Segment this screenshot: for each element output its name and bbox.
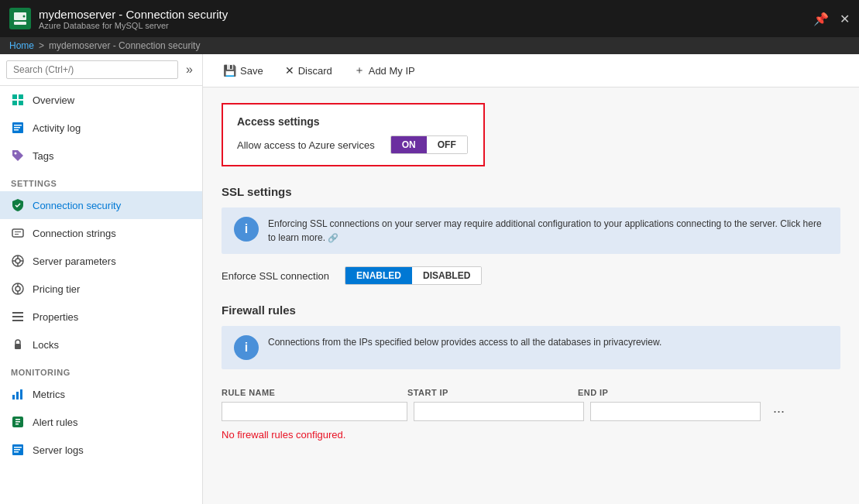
add-my-ip-label: Add My IP [369, 65, 415, 77]
alert-rules-icon [11, 415, 25, 429]
svg-rect-1 [14, 22, 26, 25]
firewall-rule-row: ··· [222, 400, 840, 423]
start-ip-header: START IP [407, 388, 578, 397]
no-rules-message: No firewall rules configured. [222, 429, 840, 441]
svg-rect-10 [14, 129, 19, 131]
rule-name-header: RULE NAME [222, 388, 407, 397]
svg-point-2 [23, 15, 26, 18]
external-link-icon: 🔗 [328, 233, 338, 242]
access-settings-title: Access settings [237, 115, 469, 128]
svg-rect-29 [12, 395, 15, 399]
ssl-toggle: ENABLED DISABLED [345, 266, 482, 285]
end-ip-header: END IP [578, 388, 748, 397]
breadcrumb-home[interactable]: Home [9, 40, 34, 51]
svg-rect-39 [14, 451, 19, 453]
pricing-tier-icon [11, 282, 25, 296]
svg-rect-31 [20, 389, 22, 399]
locks-icon [11, 338, 25, 351]
save-icon: 💾 [223, 64, 236, 77]
svg-rect-33 [15, 419, 20, 420]
enforce-ssl-label: Enforce SSL connection [222, 270, 329, 282]
overview-icon [11, 93, 25, 107]
properties-icon [11, 310, 25, 324]
ssl-settings-section: SSL settings i Enforcing SSL connections… [222, 185, 840, 285]
tags-icon [11, 149, 25, 163]
sidebar: » Overview Activity log Tags SETTINGS [0, 54, 203, 504]
ssl-info-text: Enforcing SSL connections on your server… [268, 217, 828, 245]
svg-rect-38 [14, 449, 20, 451]
rule-name-input[interactable] [222, 402, 407, 421]
breadcrumb-current: mydemoserver - Connection security [49, 40, 200, 51]
server-icon [9, 8, 31, 29]
window-controls: 📌 ✕ [813, 12, 850, 26]
sidebar-item-server-logs[interactable]: Server logs [0, 436, 202, 464]
connection-security-icon [11, 198, 25, 212]
close-button[interactable]: ✕ [840, 12, 850, 26]
firewall-table-header: RULE NAME START IP END IP [222, 382, 840, 400]
svg-rect-26 [12, 316, 23, 317]
svg-rect-35 [15, 423, 19, 425]
svg-point-16 [15, 259, 20, 263]
toolbar: 💾 Save ✕ Discard ＋ Add My IP [203, 54, 859, 87]
main-layout: » Overview Activity log Tags SETTINGS [0, 54, 859, 504]
add-ip-icon: ＋ [354, 63, 365, 77]
sidebar-item-alert-rules[interactable]: Alert rules [0, 408, 202, 436]
svg-rect-4 [19, 94, 23, 99]
pin-button[interactable]: 📌 [813, 12, 829, 26]
sidebar-item-metrics[interactable]: Metrics [0, 380, 202, 408]
firewall-rules-title: Firewall rules [222, 303, 840, 317]
ssl-settings-title: SSL settings [222, 185, 840, 198]
breadcrumb: Home > mydemoserver - Connection securit… [0, 37, 859, 54]
firewall-info-text: Connections from the IPs specified below… [268, 335, 661, 349]
sidebar-item-overview-label: Overview [33, 94, 74, 106]
metrics-icon [11, 387, 25, 401]
server-parameters-icon [11, 254, 25, 268]
sidebar-item-pricing-tier[interactable]: Pricing tier [0, 275, 202, 303]
toggle-off-button[interactable]: OFF [427, 136, 467, 153]
add-my-ip-button[interactable]: ＋ Add My IP [349, 60, 420, 81]
server-logs-icon [11, 443, 25, 457]
svg-rect-13 [15, 231, 21, 232]
search-input[interactable] [6, 60, 178, 79]
save-button[interactable]: 💾 Save [218, 61, 268, 80]
svg-rect-5 [12, 101, 17, 105]
firewall-rules-section: Firewall rules i Connections from the IP… [222, 303, 840, 441]
ssl-info-icon: i [234, 217, 259, 242]
start-ip-input[interactable] [414, 402, 584, 421]
sidebar-item-overview[interactable]: Overview [0, 86, 202, 114]
row-actions-button[interactable]: ··· [767, 400, 840, 423]
sidebar-item-activity-log[interactable]: Activity log [0, 114, 202, 142]
sidebar-item-properties-label: Properties [33, 311, 78, 323]
ssl-info-box: i Enforcing SSL connections on your serv… [222, 207, 840, 254]
sidebar-item-connection-security[interactable]: Connection security [0, 191, 202, 219]
sidebar-item-connection-strings-label: Connection strings [33, 228, 116, 239]
sidebar-search-container: » [0, 54, 202, 86]
ssl-info-content: Enforcing SSL connections on your server… [268, 218, 822, 243]
ssl-disabled-button[interactable]: DISABLED [412, 267, 481, 284]
sidebar-item-connection-strings[interactable]: Connection strings [0, 219, 202, 247]
sidebar-item-locks[interactable]: Locks [0, 331, 202, 358]
allow-azure-services-label: Allow access to Azure services [237, 139, 375, 151]
ssl-enabled-button[interactable]: ENABLED [345, 267, 412, 284]
discard-button[interactable]: ✕ Discard [280, 61, 337, 80]
svg-rect-8 [14, 125, 22, 126]
sidebar-item-metrics-label: Metrics [33, 389, 65, 400]
page-content: Access settings Allow access to Azure se… [203, 87, 859, 504]
sidebar-collapse-button[interactable]: » [183, 61, 196, 78]
svg-rect-27 [12, 320, 23, 321]
sidebar-item-server-logs-label: Server logs [33, 444, 84, 456]
save-label: Save [240, 65, 263, 77]
page-subtitle: Azure Database for MySQL server [39, 21, 813, 30]
actions-header [748, 388, 840, 397]
sidebar-item-server-parameters-label: Server parameters [33, 255, 116, 267]
svg-point-11 [15, 153, 17, 155]
end-ip-input[interactable] [590, 402, 761, 421]
toggle-on-button[interactable]: ON [391, 136, 427, 153]
sidebar-item-tags[interactable]: Tags [0, 142, 202, 170]
sidebar-item-server-parameters[interactable]: Server parameters [0, 247, 202, 275]
sidebar-item-pricing-tier-label: Pricing tier [33, 283, 80, 295]
sidebar-item-properties[interactable]: Properties [0, 303, 202, 331]
svg-rect-6 [19, 101, 23, 105]
title-bar-text: mydemoserver - Connection security Azure… [39, 8, 813, 30]
firewall-info-icon: i [234, 335, 259, 360]
